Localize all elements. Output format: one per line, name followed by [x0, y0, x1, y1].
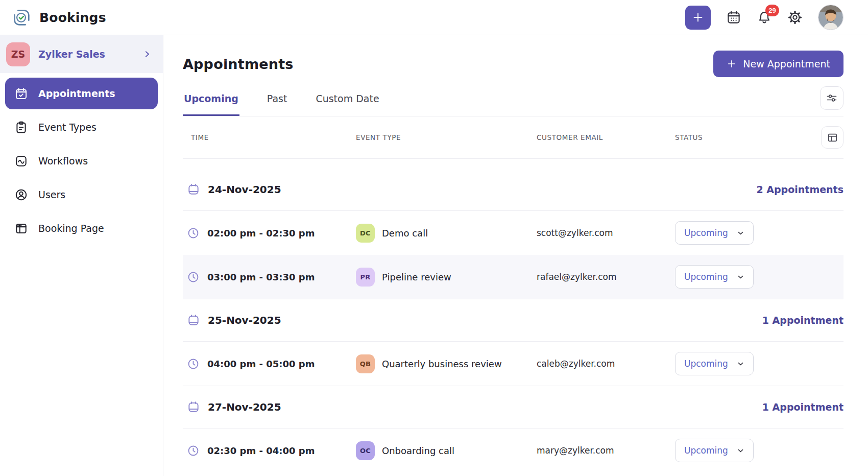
status-value: Upcoming — [684, 359, 728, 369]
sidebar-item-label: Appointments — [38, 88, 115, 99]
notification-count-badge: 29 — [765, 5, 779, 16]
group-appointment-count: 1 Appointment — [762, 401, 843, 413]
event-type-badge: PR — [356, 268, 375, 287]
calendar-button[interactable] — [726, 10, 741, 25]
table-columns-icon — [827, 132, 838, 144]
customer-email: caleb@zylker.com — [537, 359, 675, 369]
user-avatar[interactable] — [818, 5, 843, 30]
new-appointment-button[interactable]: New Appointment — [713, 51, 843, 77]
appointment-time: 03:00 pm - 03:30 pm — [207, 272, 315, 282]
table-header: TIME EVENT TYPE CUSTOMER EMAIL STATUS — [183, 116, 843, 159]
plus-icon — [692, 11, 704, 23]
sidebar-item-event-types[interactable]: Event Types — [5, 111, 158, 143]
appointment-row[interactable]: 02:30 pm - 04:00 pm OC Onboarding call m… — [183, 429, 843, 472]
event-type-name: Quarterly business review — [382, 359, 502, 369]
sidebar-item-label: Workflows — [38, 155, 88, 166]
clock-icon — [187, 271, 200, 283]
topbar-actions: 29 — [685, 5, 843, 30]
topbar: Bookings — [0, 0, 868, 35]
date-group: 24-Nov-2025 2 Appointments 02:00 pm - 02… — [183, 168, 843, 299]
customer-email: rafael@zylker.com — [537, 272, 675, 282]
status-value: Upcoming — [684, 272, 728, 282]
appointment-time: 02:30 pm - 04:00 pm — [207, 445, 315, 456]
calendar-icon — [726, 10, 741, 25]
new-appointment-label: New Appointment — [743, 58, 830, 69]
calendar-check-icon — [14, 87, 28, 101]
tabs-row: Upcoming Past Custom Date — [183, 86, 843, 116]
sidebar-item-label: Users — [38, 189, 65, 200]
column-header-customer-email: CUSTOMER EMAIL — [537, 133, 675, 141]
settings-button[interactable] — [787, 10, 803, 25]
column-chooser-button[interactable] — [821, 126, 843, 149]
sidebar-item-booking-page[interactable]: Booking Page — [5, 212, 158, 244]
quick-add-button[interactable] — [685, 6, 711, 30]
tab-upcoming[interactable]: Upcoming — [183, 90, 239, 116]
group-date: 27-Nov-2025 — [208, 401, 281, 413]
calendar-date-icon — [187, 183, 200, 196]
event-type-badge: OC — [356, 441, 375, 460]
group-date: 24-Nov-2025 — [208, 183, 281, 196]
date-group-header: 25-Nov-2025 1 Appointment — [183, 299, 843, 342]
status-value: Upcoming — [684, 445, 728, 456]
sliders-filter-icon — [826, 92, 838, 104]
app-brand: Bookings — [11, 7, 106, 28]
chevron-right-icon — [142, 50, 152, 59]
event-type-badge: DC — [356, 224, 375, 243]
chevron-down-icon — [737, 447, 744, 455]
workspace-avatar: ZS — [6, 42, 30, 66]
appointment-time: 02:00 pm - 02:30 pm — [207, 228, 315, 239]
sidebar-item-appointments[interactable]: Appointments — [5, 78, 158, 109]
status-dropdown[interactable]: Upcoming — [675, 352, 754, 375]
plus-icon — [727, 59, 737, 69]
tab-custom-date[interactable]: Custom Date — [315, 90, 380, 116]
group-appointment-count: 1 Appointment — [762, 315, 843, 326]
sidebar-item-workflows[interactable]: Workflows — [5, 145, 158, 177]
sidebar-nav: Appointments Event Types — [0, 73, 163, 246]
sidebar-item-label: Event Types — [38, 122, 97, 133]
filter-button[interactable] — [820, 86, 843, 110]
status-dropdown[interactable]: Upcoming — [675, 265, 754, 289]
appointment-row[interactable]: 02:00 pm - 02:30 pm DC Demo call scott@z… — [183, 211, 843, 255]
customer-email: mary@zylker.com — [537, 445, 675, 456]
calendar-date-icon — [187, 400, 200, 414]
clock-icon — [187, 358, 200, 370]
status-value: Upcoming — [684, 228, 728, 238]
sidebar: ZS Zylker Sales Appointments — [0, 35, 163, 476]
event-type-name: Pipeline review — [382, 272, 451, 282]
workspace-selector[interactable]: ZS Zylker Sales — [0, 35, 163, 73]
event-type-badge: QB — [356, 354, 375, 373]
chevron-down-icon — [737, 273, 744, 281]
date-group-header: 27-Nov-2025 1 Appointment — [183, 386, 843, 429]
chevron-down-icon — [737, 229, 744, 237]
notifications-button[interactable]: 29 — [757, 10, 772, 25]
browser-window-icon — [14, 222, 28, 235]
sidebar-item-label: Booking Page — [38, 223, 104, 234]
status-dropdown[interactable]: Upcoming — [675, 439, 754, 462]
date-group: 27-Nov-2025 1 Appointment 02:30 pm - 04:… — [183, 386, 843, 472]
clock-icon — [187, 444, 200, 457]
tab-past[interactable]: Past — [266, 90, 288, 116]
appointment-time: 04:00 pm - 05:00 pm — [207, 359, 315, 369]
appointment-row[interactable]: 04:00 pm - 05:00 pm QB Quarterly busines… — [183, 342, 843, 386]
column-header-time: TIME — [183, 133, 356, 141]
calendar-date-icon — [187, 314, 200, 327]
date-group-header: 24-Nov-2025 2 Appointments — [183, 168, 843, 211]
clock-icon — [187, 227, 200, 240]
user-circle-icon — [14, 188, 28, 202]
appointment-row[interactable]: 03:00 pm - 03:30 pm PR Pipeline review r… — [183, 255, 843, 299]
column-header-event-type: EVENT TYPE — [356, 133, 537, 141]
date-group: 25-Nov-2025 1 Appointment 04:00 pm - 05:… — [183, 299, 843, 386]
gear-icon — [787, 10, 803, 25]
chevron-down-icon — [737, 360, 744, 368]
app-title: Bookings — [39, 10, 106, 25]
column-header-status: STATUS — [675, 133, 843, 141]
clipboard-icon — [14, 121, 28, 134]
group-date: 25-Nov-2025 — [208, 314, 281, 326]
main-content: Appointments New Appointment Upcoming Pa… — [163, 35, 868, 476]
workflow-wave-icon — [14, 154, 28, 168]
page-title: Appointments — [183, 56, 294, 72]
event-type-name: Onboarding call — [382, 445, 454, 456]
status-dropdown[interactable]: Upcoming — [675, 221, 754, 245]
sidebar-item-users[interactable]: Users — [5, 179, 158, 210]
group-appointment-count: 2 Appointments — [756, 184, 843, 195]
